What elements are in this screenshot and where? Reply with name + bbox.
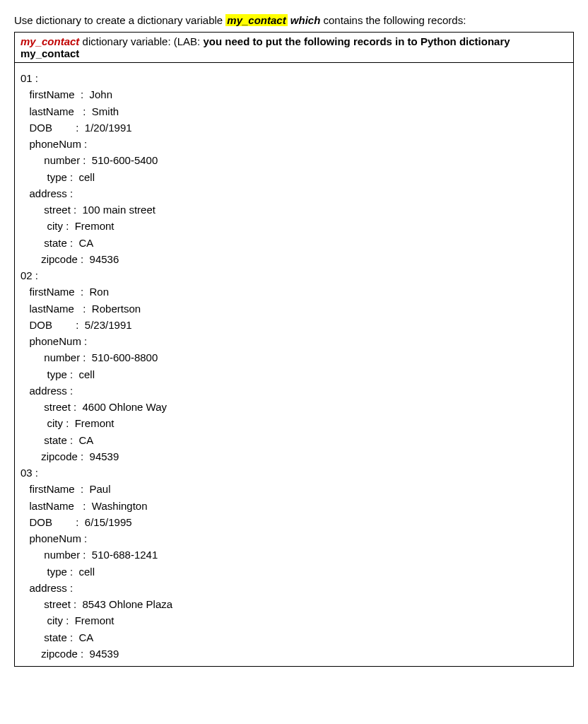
record-line: type : cell [20, 169, 568, 185]
record-line: number : 510-600-5400 [20, 152, 568, 168]
intro-prefix: Use dictionary to create a dictionary va… [14, 14, 225, 26]
body-box: 01 : firstName : John lastName : Smith D… [15, 63, 573, 666]
record-line: zipcode : 94539 [20, 646, 568, 662]
intro-var-name: my_contact [225, 14, 287, 26]
record-line: city : Fremont [20, 415, 568, 431]
record-line: type : cell [20, 564, 568, 580]
record-line: state : CA [20, 235, 568, 251]
record-line: address : [20, 580, 568, 596]
record-line: phoneNum : [20, 136, 568, 152]
record-line: lastName : Robertson [20, 300, 568, 317]
record-line: firstName : John [20, 86, 568, 103]
record-line: lastName : Smith [20, 103, 568, 119]
record-line: firstName : Ron [20, 284, 568, 300]
record-line: state : CA [20, 432, 568, 448]
intro-text: Use dictionary to create a dictionary va… [14, 14, 574, 26]
record-line: 01 : [20, 70, 568, 86]
header-var-name: my_contact [20, 35, 79, 47]
record-line: state : CA [20, 629, 568, 646]
outer-box: my_contact dictionary variable: (LAB: yo… [14, 32, 574, 667]
record-line: phoneNum : [20, 530, 568, 547]
record-line: type : cell [20, 366, 568, 383]
record-line: city : Fremont [20, 218, 568, 234]
header-box: my_contact dictionary variable: (LAB: yo… [15, 33, 573, 63]
record-line: street : 8543 Ohlone Plaza [20, 596, 568, 612]
record-line: address : [20, 185, 568, 202]
record-line: firstName : Paul [20, 481, 568, 497]
record-line: phoneNum : [20, 333, 568, 349]
record-line: 03 : [20, 465, 568, 481]
record-line: street : 4600 Ohlone Way [20, 399, 568, 415]
record-line: DOB : 5/23/1991 [20, 317, 568, 333]
intro-middle: which [288, 14, 321, 26]
record-line: zipcode : 94539 [20, 448, 568, 465]
record-line: city : Fremont [20, 612, 568, 629]
intro-suffix: contains the following records: [320, 14, 466, 26]
record-line: number : 510-600-8800 [20, 349, 568, 366]
record-line: lastName : Washington [20, 498, 568, 514]
record-line: number : 510-688-1241 [20, 547, 568, 563]
record-line: DOB : 6/15/1995 [20, 514, 568, 530]
header-after-var: dictionary variable: (LAB: [79, 35, 203, 47]
record-line: street : 100 main street [20, 202, 568, 218]
record-line: address : [20, 383, 568, 399]
record-line: 02 : [20, 267, 568, 284]
record-line: zipcode : 94536 [20, 251, 568, 267]
record-line: DOB : 1/20/1991 [20, 119, 568, 136]
